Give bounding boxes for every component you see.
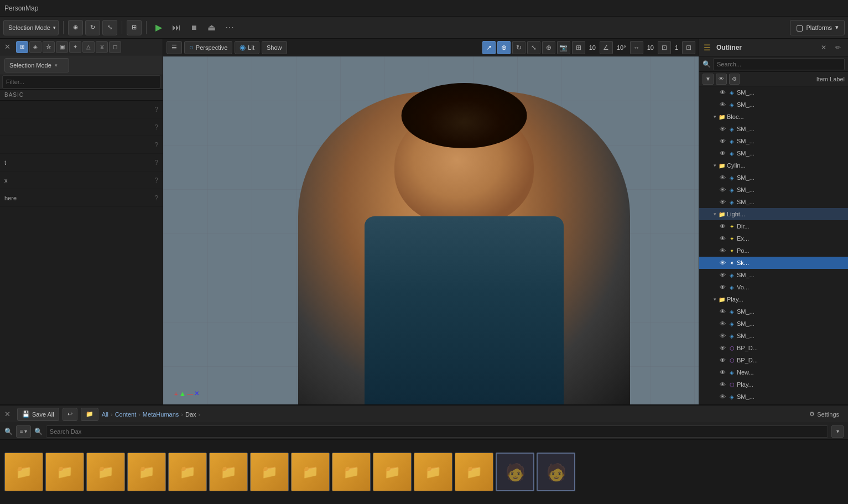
content-thumb-10[interactable]: 📁 bbox=[373, 453, 412, 491]
eye-icon-sm4[interactable]: 👁 bbox=[718, 137, 727, 146]
light-folder-expand-icon[interactable]: ▾ bbox=[711, 211, 718, 217]
move-icon-btn[interactable]: ↔ bbox=[630, 41, 643, 54]
content-thumb-12[interactable]: 📁 bbox=[455, 453, 493, 491]
folder-button[interactable]: 📁 bbox=[81, 408, 98, 421]
tree-item-dir-light[interactable]: 👁 ✦ Dir... bbox=[699, 220, 848, 232]
tree-item-play-actor[interactable]: 👁 ⬡ Play... bbox=[699, 378, 848, 391]
eye-icon-sm1[interactable]: 👁 bbox=[718, 88, 727, 97]
selection-mode-button[interactable]: Selection Mode bbox=[3, 20, 59, 35]
eye-icon-point[interactable]: 👁 bbox=[718, 246, 727, 255]
tree-item-bp2[interactable]: 👁 ⬡ BP_D... bbox=[699, 354, 848, 366]
tree-item-exp-light[interactable]: 👁 ✦ Ex... bbox=[699, 232, 848, 245]
outliner-close-button[interactable]: ✕ bbox=[818, 42, 829, 53]
eject-button[interactable]: ⏏ bbox=[204, 20, 220, 35]
tree-item-sm3[interactable]: 👁 ◈ SM_... bbox=[699, 123, 848, 135]
lit-button[interactable]: ◉ Lit bbox=[235, 41, 259, 54]
tree-item-point-light[interactable]: 👁 ✦ Po... bbox=[699, 245, 848, 257]
tree-item-sky-light[interactable]: 👁 ✦ Sk... bbox=[699, 257, 848, 269]
panel-tab-meshpaint[interactable]: ✦ bbox=[69, 41, 81, 53]
surface-snap-button[interactable]: ⊞ bbox=[127, 20, 142, 35]
tree-item-light-folder[interactable]: ▾ 📁 Light... bbox=[699, 208, 848, 220]
eye-icon-sm10[interactable]: 👁 bbox=[718, 307, 727, 316]
eye-icon-bp2[interactable]: 👁 bbox=[718, 356, 727, 365]
snap-icon-btn[interactable]: ⊡ bbox=[658, 41, 671, 54]
content-thumb-1[interactable]: 📁 bbox=[4, 453, 43, 491]
bottom-close-button[interactable]: ✕ bbox=[4, 410, 11, 418]
tree-item-sm12[interactable]: 👁 ◈ SM_... bbox=[699, 330, 848, 342]
tree-item-vol[interactable]: 👁 ◈ Vo... bbox=[699, 281, 848, 293]
content-search-input[interactable] bbox=[46, 425, 828, 438]
search-dropdown-button[interactable]: ▾ bbox=[831, 425, 844, 438]
property-help-2[interactable]: ? bbox=[154, 123, 158, 131]
breadcrumb-metahumans[interactable]: MetaHumans bbox=[143, 411, 179, 418]
translate-mode-icon-btn[interactable]: ⊕ bbox=[497, 41, 511, 54]
save-all-button[interactable]: 💾 Save All bbox=[17, 408, 59, 421]
scale-mode-icon-btn[interactable]: ⤡ bbox=[527, 41, 540, 54]
outliner-filter-button[interactable]: ▼ bbox=[703, 74, 714, 85]
tree-item-sm1[interactable]: 👁 ◈ SM_... bbox=[699, 86, 848, 98]
block-folder-expand-icon[interactable]: ▾ bbox=[711, 113, 718, 120]
camera-icon-btn[interactable]: 📷 bbox=[557, 41, 570, 54]
panel-tab-fracture[interactable]: ⧖ bbox=[96, 41, 108, 53]
tree-item-sm9[interactable]: 👁 ◈ SM_... bbox=[699, 269, 848, 281]
translate-tool-button[interactable]: ⊕ bbox=[68, 20, 83, 35]
eye-icon-sm9[interactable]: 👁 bbox=[718, 271, 727, 279]
content-thumb-11[interactable]: 📁 bbox=[414, 453, 452, 491]
breadcrumb-all[interactable]: All bbox=[102, 411, 108, 418]
rotate-tool-button[interactable]: ↻ bbox=[85, 20, 100, 35]
eye-icon-new[interactable]: 👁 bbox=[718, 368, 727, 377]
eye-icon-bp1[interactable]: 👁 bbox=[718, 344, 727, 352]
tree-item-sm5[interactable]: 👁 ◈ SM_... bbox=[699, 147, 848, 159]
stop-button[interactable]: ■ bbox=[186, 20, 202, 35]
step-button[interactable]: ⏭ bbox=[169, 20, 184, 35]
panel-tab-foliage[interactable]: ⛤ bbox=[43, 41, 55, 53]
select-mode-icon-btn[interactable]: ↗ bbox=[482, 41, 496, 54]
show-button[interactable]: Show bbox=[262, 41, 287, 54]
eye-icon-dir[interactable]: 👁 bbox=[718, 222, 727, 231]
grid-icon-btn[interactable]: ⊞ bbox=[572, 41, 585, 54]
outliner-search-input[interactable] bbox=[713, 58, 845, 70]
filter-input[interactable] bbox=[2, 75, 160, 89]
left-panel-close-button[interactable]: ✕ bbox=[4, 43, 11, 51]
perspective-button[interactable]: ○ Perspective bbox=[184, 41, 232, 54]
tree-item-sm10[interactable]: 👁 ◈ SM_... bbox=[699, 305, 848, 318]
settings-button[interactable]: ⚙ Settings bbox=[805, 408, 844, 421]
content-thumb-6[interactable]: 📁 bbox=[209, 453, 248, 491]
angle-icon-btn[interactable]: ∠ bbox=[600, 41, 613, 54]
tree-item-cyl-folder[interactable]: ▾ 📁 Cylin... bbox=[699, 159, 848, 172]
tree-item-sm7[interactable]: 👁 ◈ SM_... bbox=[699, 184, 848, 196]
breadcrumb-dax[interactable]: Dax bbox=[185, 411, 196, 418]
tree-item-sm2[interactable]: 👁 ◈ SM_... bbox=[699, 98, 848, 111]
eye-icon-sm5[interactable]: 👁 bbox=[718, 149, 727, 158]
world-local-icon-btn[interactable]: ⊕ bbox=[542, 41, 555, 54]
eye-icon-play-actor[interactable]: 👁 bbox=[718, 380, 727, 389]
viewport-canvas[interactable]: + ▲ — ✕ bbox=[163, 56, 699, 404]
content-thumb-13[interactable]: 🧑 bbox=[496, 453, 534, 491]
tree-item-sm6[interactable]: 👁 ◈ SM_... bbox=[699, 172, 848, 184]
property-help-5[interactable]: ? bbox=[154, 176, 158, 184]
outliner-lock-button[interactable]: ⚙ bbox=[729, 74, 740, 85]
play-button[interactable]: ▶ bbox=[151, 20, 167, 35]
eye-icon-sm7[interactable]: 👁 bbox=[718, 185, 727, 194]
content-thumb-7[interactable]: 📁 bbox=[250, 453, 289, 491]
panel-tab-shapes[interactable]: ◈ bbox=[29, 41, 41, 53]
outliner-edit-button[interactable]: ✏ bbox=[833, 42, 844, 53]
tree-item-bp1[interactable]: 👁 ⬡ BP_D... bbox=[699, 342, 848, 354]
panel-tab-brushedit[interactable]: ◻ bbox=[109, 41, 121, 53]
content-thumb-5[interactable]: 📁 bbox=[168, 453, 207, 491]
content-thumb-14[interactable]: 🧑 bbox=[537, 453, 575, 491]
tree-item-block-folder[interactable]: ▾ 📁 Bloc... bbox=[699, 111, 848, 123]
rotate-mode-icon-btn[interactable]: ↻ bbox=[512, 41, 526, 54]
platforms-button[interactable]: ▢ Platforms ▾ bbox=[790, 20, 845, 35]
eye-icon-sky[interactable]: 👁 bbox=[718, 258, 727, 267]
tree-item-player-folder[interactable]: ▾ 📁 Play... bbox=[699, 293, 848, 305]
property-help-1[interactable]: ? bbox=[154, 106, 158, 113]
property-help-6[interactable]: ? bbox=[154, 194, 158, 202]
eye-icon-vol[interactable]: 👁 bbox=[718, 283, 727, 292]
maximize-icon-btn[interactable]: ⊡ bbox=[682, 41, 695, 54]
tree-item-new[interactable]: 👁 ◈ New... bbox=[699, 366, 848, 378]
breadcrumb-content[interactable]: Content bbox=[115, 411, 137, 418]
panel-tab-landscape[interactable]: ▣ bbox=[56, 41, 68, 53]
eye-icon-sm11[interactable]: 👁 bbox=[718, 319, 727, 328]
panel-tab-modeling[interactable]: △ bbox=[82, 41, 95, 53]
